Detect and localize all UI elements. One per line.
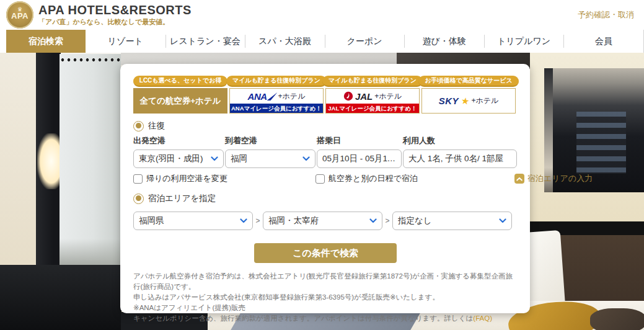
round-trip-radio[interactable]: 往復 (133, 120, 518, 132)
jal-logo-text: JAL (355, 91, 373, 102)
disclaimer-line-1: アパホテル航空券付き宿泊予約は、株式会社エアトリ(観光庁長官登録旅行業第1872… (133, 271, 518, 292)
sky-logo-text: SKY (439, 96, 459, 106)
departure-airport-label: 出発空港 (133, 135, 224, 149)
prefecture-select[interactable]: 福岡県 (133, 212, 253, 230)
checkbox-icon (133, 174, 143, 184)
tab-col-ana: マイルも貯まる往復特別プラン ANA +ホテル ANAマイレージ会員におすすめ！ (229, 76, 324, 114)
chevron-down-icon (240, 218, 247, 223)
flight-hotel-search-panel: LCCも選べる、セットでお得 全ての航空券+ホテル マイルも貯まる往復特別プラン… (120, 64, 530, 313)
area-separator: > (253, 216, 263, 225)
tab-col-sky: お手頃価格で高品質なサービス SKY ★ +ホテル (421, 76, 516, 114)
photo-brown-pillow (590, 308, 644, 330)
tab-col-jal: マイルも貯まる往復特別プラン JAL +ホテル JALマイレージ会員におすすめ！ (325, 76, 420, 114)
prefecture-value: 福岡県 (139, 215, 237, 226)
nav-tab-coupon[interactable]: クーポン (325, 30, 405, 53)
badge-sky: お手頃価格で高品質なサービス (418, 76, 518, 87)
nav-tab-spa[interactable]: スパ・大浴殿 (245, 30, 325, 53)
site-header: ♛ APA APA HOTELS&RESORTS 「アパ直」からなら、比較なしで… (0, 0, 644, 30)
chevron-down-icon (369, 218, 377, 223)
tab-all-flights-label: 全ての航空券+ホテル (140, 96, 221, 107)
badge-ana: マイルも貯まる往復特別プラン (226, 76, 327, 87)
photo-mirror-reflection (576, 112, 626, 174)
photo-curtain (60, 54, 121, 265)
nav-tab-restaurant[interactable]: レストラン・宴会 (165, 30, 245, 53)
guests-value: 大人 1名, 子供 0名/ 1部屋 (408, 153, 511, 164)
arrival-airport-value: 福岡 (231, 153, 300, 164)
round-trip-label: 往復 (148, 120, 165, 132)
nav-tab-tripleone[interactable]: トリプルワン (484, 30, 564, 53)
stay-area-input-link[interactable]: 宿泊エリアの入力 (514, 173, 593, 184)
tab-sky-suffix: +ホテル (471, 96, 498, 106)
chevron-down-icon (302, 156, 310, 161)
chevron-down-icon (499, 218, 506, 223)
stay-area-radio-label: 宿泊エリアを指定 (148, 193, 216, 204)
change-return-airport-checkbox[interactable]: 帰りの利用空港を変更 (133, 173, 315, 184)
checkbox-icon (315, 174, 325, 184)
jal-crane-icon (343, 91, 353, 101)
tab-ana-suffix: +ホテル (278, 91, 306, 102)
area-selects-row: 福岡県 > 福岡・太宰府 > 指定なし (133, 212, 518, 230)
tab-jal-suffix: +ホテル (374, 91, 402, 102)
tab-sky-hotel[interactable]: SKY ★ +ホテル (421, 88, 516, 114)
badge-all-flights: LCCも選べる、セットでお得 (133, 76, 227, 87)
disclaimer-line-4-text: キャンセルポリシー含め、旅行業約款が適用されます。アパポイントは付与条件が異なり… (133, 314, 473, 322)
tab-ana-main: ANA +ホテル (230, 89, 323, 104)
city-select[interactable]: 福岡・太宰府 (263, 212, 382, 230)
departure-airport-value: 東京(羽田・成田) (139, 153, 208, 164)
nav-tab-member[interactable]: 会員 (563, 30, 644, 53)
chevron-down-icon (211, 156, 218, 161)
tab-ana-hotel[interactable]: ANA +ホテル ANAマイレージ会員におすすめ！ (229, 88, 324, 114)
disclaimer-text: アパホテル航空券付き宿泊予約は、株式会社エアトリ(観光庁長官登録旅行業第1872… (133, 271, 518, 324)
detail-area-value: 指定なし (398, 215, 496, 226)
apa-booking-page: ♛ APA APA HOTELS&RESORTS 「アパ直」からなら、比較なしで… (0, 0, 644, 330)
flight-fields: 出発空港 到着空港 搭乗日 利用人数 東京(羽田・成田) 福岡 05月10日 -… (133, 135, 518, 168)
disclaimer-line-4: キャンセルポリシー含め、旅行業約款が適用されます。アパポイントは付与条件が異なり… (133, 313, 518, 324)
brand-home-link[interactable]: ♛ APA APA HOTELS&RESORTS 「アパ直」からなら、比較なしで… (6, 1, 192, 29)
chevron-up-icon (514, 174, 524, 184)
tab-jal-main: JAL +ホテル (326, 89, 419, 104)
photo-window-blind (121, 53, 409, 65)
brand-text: APA HOTELS&RESORTS 「アパ直」からなら、比較なしで最安値。 (38, 3, 192, 27)
nav-tab-activity[interactable]: 遊び・体験 (404, 30, 484, 53)
tab-jal-strip: JALマイレージ会員におすすめ！ (326, 104, 419, 113)
options-row: 帰りの利用空港を変更 航空券と別の日程で宿泊 宿泊エリアの入力 (133, 173, 518, 184)
different-stay-dates-label: 航空券と別の日程で宿泊 (329, 173, 418, 184)
brand-tagline: 「アパ直」からなら、比較なしで最安値。 (38, 17, 192, 27)
change-return-airport-label: 帰りの利用空港を変更 (146, 173, 227, 184)
boarding-date-label: 搭乗日 (317, 135, 402, 149)
area-separator: > (382, 216, 392, 225)
stay-area-radio[interactable]: 宿泊エリアを指定 (133, 193, 518, 204)
tab-all-flights-hotel[interactable]: 全ての航空券+ホテル (133, 88, 227, 114)
departure-airport-select[interactable]: 東京(羽田・成田) (133, 149, 224, 168)
badge-jal: マイルも貯まる往復特別プラン (322, 76, 423, 87)
nav-tab-resort[interactable]: リゾート (86, 30, 165, 53)
detail-area-select[interactable]: 指定なし (392, 212, 512, 230)
apa-logo-text: APA (11, 11, 29, 20)
main-nav: 宿泊検索 リゾート レストラン・宴会 スパ・大浴殿 クーポン 遊び・体験 トリプ… (0, 30, 644, 53)
nav-tab-stay-search[interactable]: 宿泊検索 (6, 30, 86, 53)
boarding-date-input[interactable]: 05月10日 - 05月11日 (317, 149, 402, 168)
photo-left-furniture (0, 265, 121, 330)
radio-selected-icon (133, 194, 144, 204)
photo-curtain-shadow (60, 239, 121, 265)
ana-swoosh-icon (267, 92, 277, 100)
disclaimer-line-2: 申し込みはアパサービス株式会社(東京都知事登録旅行業第3-6395号)が受託販売… (133, 292, 518, 303)
faq-link[interactable]: (FAQ) (473, 314, 492, 322)
stay-area-input-label: 宿泊エリアの入力 (527, 173, 593, 184)
radio-selected-icon (133, 121, 144, 132)
apa-logo-icon: ♛ APA (6, 1, 33, 29)
photo-wall-lamp (37, 133, 61, 189)
tab-sky-main: SKY ★ +ホテル (422, 89, 515, 113)
arrival-airport-select[interactable]: 福岡 (225, 149, 315, 168)
ana-logo-text: ANA (248, 91, 267, 102)
tab-col-all-flights: LCCも選べる、セットでお得 全ての航空券+ホテル (133, 76, 227, 114)
reservation-confirm-cancel-link[interactable]: 予約確認・取消 (578, 9, 634, 20)
brand-name: APA HOTELS&RESORTS (38, 3, 192, 17)
guests-input[interactable]: 大人 1名, 子供 0名/ 1部屋 (403, 149, 517, 168)
product-tabs: LCCも選べる、セットでお得 全ての航空券+ホテル マイルも貯まる往復特別プラン… (133, 76, 518, 114)
arrival-airport-label: 到着空港 (225, 135, 315, 149)
tab-jal-hotel[interactable]: JAL +ホテル JALマイレージ会員におすすめ！ (325, 88, 420, 114)
search-button[interactable]: この条件で検索 (254, 243, 397, 263)
sky-star-icon: ★ (461, 95, 470, 107)
different-stay-dates-checkbox[interactable]: 航空券と別の日程で宿泊 (315, 173, 514, 184)
